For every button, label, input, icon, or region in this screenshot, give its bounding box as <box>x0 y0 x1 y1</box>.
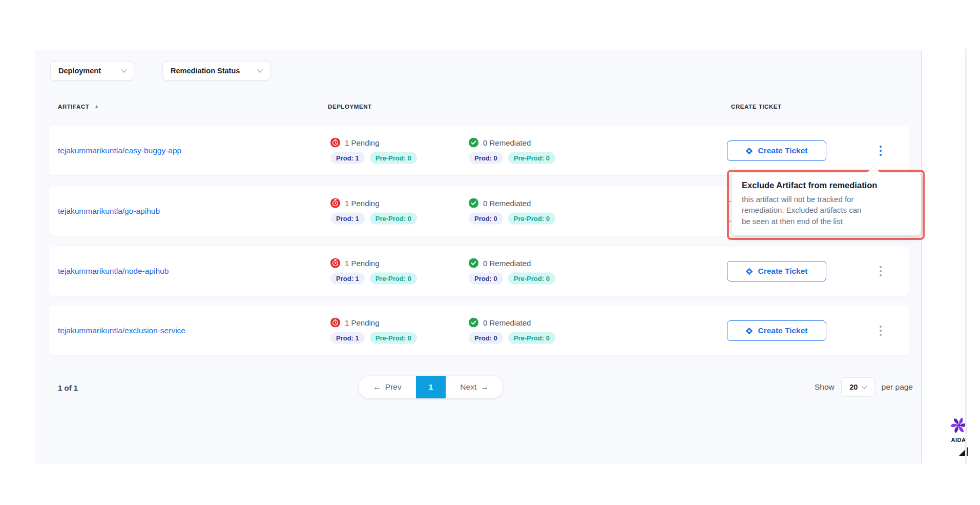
chevron-down-icon <box>257 67 263 72</box>
page-size-value: 20 <box>849 383 858 391</box>
prod-badge: Prod: 0 <box>469 273 503 285</box>
kebab-dot-icon <box>880 266 882 269</box>
pending-cell: 1 Pending Prod: 1 Pre-Prod: 0 <box>330 138 417 164</box>
kebab-dot-icon <box>880 334 882 336</box>
arrow-right-icon: → <box>481 382 489 392</box>
pending-clock-icon <box>330 138 340 148</box>
pending-clock-icon <box>330 198 340 208</box>
prod-badge: Prod: 0 <box>469 332 503 344</box>
kebab-dot-icon <box>880 154 882 156</box>
prev-page-button[interactable]: ← Prev <box>359 376 416 398</box>
create-ticket-label: Create Ticket <box>758 326 807 335</box>
create-ticket-button[interactable]: Create Ticket <box>727 261 826 281</box>
preprod-badge: Pre-Prod: 0 <box>508 213 555 225</box>
remediated-cell: 0 Remediated Prod: 0 Pre-Prod: 0 <box>469 138 555 164</box>
pending-clock-icon <box>330 258 340 268</box>
preprod-badge: Pre-Prod: 0 <box>370 332 417 344</box>
preprod-badge: Pre-Prod: 0 <box>508 273 555 285</box>
arrow-left-icon: ← <box>373 382 381 392</box>
artifact-link[interactable]: tejakummarikuntla/go-apihub <box>58 207 160 216</box>
aida-label: AIDA <box>945 437 972 443</box>
column-header-artifact[interactable]: ARTIFACT▲ <box>58 104 99 110</box>
artifact-link[interactable]: tejakummarikuntla/exclusion-service <box>58 326 185 335</box>
page-size-control: Show 20 per page <box>815 376 913 398</box>
next-page-button[interactable]: Next → <box>446 376 503 398</box>
aida-pinwheel-logo-icon <box>950 417 967 434</box>
ticket-diamond-icon <box>745 268 753 275</box>
create-ticket-label: Create Ticket <box>758 267 807 276</box>
deployment-filter-label: Deployment <box>58 67 101 75</box>
next-label: Next <box>460 382 476 392</box>
prev-label: Prev <box>385 382 402 392</box>
preprod-badge: Pre-Prod: 0 <box>370 273 417 285</box>
preprod-badge: Pre-Prod: 0 <box>370 152 417 164</box>
page-summary: 1 of 1 <box>58 383 78 392</box>
pending-count-label: 1 Pending <box>345 318 380 327</box>
remediated-cell: 0 Remediated Prod: 0 Pre-Prod: 0 <box>469 258 555 285</box>
remediated-count-label: 0 Remediated <box>483 259 531 268</box>
prod-badge: Prod: 0 <box>469 152 503 164</box>
table-row: tejakummarikuntla/easy-buggy-app 1 Pendi… <box>49 126 909 175</box>
table-row: tejakummarikuntla/exclusion-service 1 Pe… <box>49 306 909 355</box>
artifact-header-label: ARTIFACT <box>58 104 89 110</box>
column-header-deployment: DEPLOYMENT <box>328 104 372 110</box>
preprod-badge: Pre-Prod: 0 <box>508 332 555 344</box>
table-header-row: ARTIFACT▲ DEPLOYMENT CREATE TICKET <box>35 104 921 114</box>
ticket-diamond-icon <box>745 147 753 155</box>
kebab-dot-icon <box>880 330 882 332</box>
prod-badge: Prod: 1 <box>330 152 365 164</box>
artifact-link[interactable]: tejakummarikuntla/easy-buggy-app <box>58 146 181 155</box>
prod-badge: Prod: 0 <box>469 213 503 225</box>
pending-count-label: 1 Pending <box>345 138 380 147</box>
per-page-label: per page <box>882 382 913 392</box>
chevron-down-icon <box>121 67 127 72</box>
create-ticket-button[interactable]: Create Ticket <box>727 140 826 161</box>
remediated-check-icon <box>469 138 478 148</box>
chevron-down-icon <box>862 383 867 389</box>
row-actions-kebab-menu-button[interactable] <box>870 320 891 341</box>
pending-cell: 1 Pending Prod: 1 Pre-Prod: 0 <box>330 318 417 344</box>
kebab-dot-icon <box>880 146 882 148</box>
create-ticket-label: Create Ticket <box>758 146 807 155</box>
page-size-dropdown[interactable]: 20 <box>841 377 875 397</box>
show-label: Show <box>815 382 835 392</box>
sort-ascending-icon: ▲ <box>94 104 99 109</box>
kebab-dot-icon <box>880 150 882 152</box>
row-actions-kebab-menu-button[interactable] <box>870 261 891 281</box>
pending-count-label: 1 Pending <box>345 199 380 208</box>
pending-cell: 1 Pending Prod: 1 Pre-Prod: 0 <box>330 258 417 285</box>
pending-clock-icon <box>330 318 340 328</box>
table-row: tejakummarikuntla/node-apihub 1 Pending … <box>49 247 909 296</box>
preprod-badge: Pre-Prod: 0 <box>508 152 555 164</box>
kebab-dot-icon <box>880 274 882 277</box>
scrollbar-track <box>965 49 967 464</box>
prod-badge: Prod: 1 <box>330 273 365 285</box>
prod-badge: Prod: 1 <box>330 332 365 344</box>
artifact-link[interactable]: tejakummarikuntla/node-apihub <box>58 267 169 276</box>
ticket-diamond-icon <box>745 327 753 335</box>
column-header-create-ticket: CREATE TICKET <box>731 104 782 110</box>
remediated-check-icon <box>469 198 478 208</box>
current-page-button[interactable]: 1 <box>416 376 446 398</box>
pending-count-label: 1 Pending <box>345 259 380 268</box>
remediated-cell: 0 Remediated Prod: 0 Pre-Prod: 0 <box>469 198 555 225</box>
create-ticket-button[interactable]: Create Ticket <box>727 320 826 341</box>
remediation-status-filter-label: Remediation Status <box>171 67 240 75</box>
remediated-count-label: 0 Remediated <box>483 199 531 208</box>
exclude-artifact-menu-item[interactable]: Exclude Artifact from remediation this a… <box>732 173 921 235</box>
remediated-count-label: 0 Remediated <box>483 138 531 147</box>
content-panel: Deployment Remediation Status ARTIFACT▲ … <box>35 50 922 464</box>
kebab-dot-icon <box>880 326 882 328</box>
tooltip-title: Exclude Artifact from remediation <box>742 180 911 190</box>
remediated-check-icon <box>469 318 478 328</box>
preprod-badge: Pre-Prod: 0 <box>370 213 417 225</box>
remediation-status-filter-dropdown[interactable]: Remediation Status <box>162 61 270 80</box>
remediated-count-label: 0 Remediated <box>483 318 531 327</box>
kebab-dot-icon <box>880 270 882 273</box>
prod-badge: Prod: 1 <box>330 213 365 225</box>
remediated-cell: 0 Remediated Prod: 0 Pre-Prod: 0 <box>469 318 555 344</box>
row-actions-kebab-menu-button[interactable] <box>870 140 891 161</box>
page: Deployment Remediation Status ARTIFACT▲ … <box>0 0 980 505</box>
aida-assistant-widget[interactable]: AIDA <box>945 417 972 443</box>
deployment-filter-dropdown[interactable]: Deployment <box>50 61 134 80</box>
